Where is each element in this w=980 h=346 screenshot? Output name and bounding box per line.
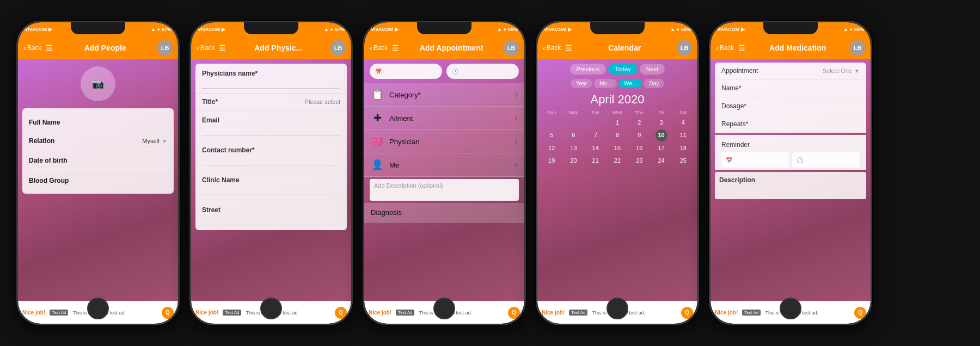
- back-button-4[interactable]: ‹ Back: [543, 44, 561, 52]
- status-bar-5: VIVACOM ▶ 2:09 ▲ ● 68%: [710, 22, 871, 36]
- me-row[interactable]: 👤 Me ›: [364, 153, 524, 177]
- prev-button[interactable]: Previous: [570, 64, 607, 75]
- medication-fields: Name* Dosage* Repeats*: [715, 79, 866, 133]
- ad-nice-4: Nice job!: [542, 310, 565, 316]
- avatar-1: LB: [157, 40, 173, 55]
- bloodgroup-field[interactable]: Blood Group: [29, 171, 167, 189]
- time-input[interactable]: 🕐: [446, 64, 519, 79]
- name-field[interactable]: Name*: [715, 79, 866, 97]
- description-field[interactable]: Add Description (optional): [370, 179, 519, 201]
- phone-calendar: VIVACOM ▶ 2:08 ▲ ● 68% ‹ Back ☰ Calendar…: [536, 21, 699, 325]
- phone-add-physician: VIVACOM ▶ 2:09 ▲ ● 67% ‹ Back ☰ Add Phys…: [189, 21, 353, 325]
- home-button-2[interactable]: [260, 298, 282, 319]
- physician-name-field[interactable]: Physicians name*: [195, 64, 347, 94]
- today-cell[interactable]: 10: [656, 129, 667, 141]
- physician-row[interactable]: 💓 Physician ›: [364, 130, 524, 153]
- month-btn[interactable]: Mo...: [594, 79, 617, 88]
- home-button-5[interactable]: [780, 298, 801, 319]
- street-field[interactable]: Street: [195, 200, 347, 230]
- time-1: 2:09: [97, 27, 107, 32]
- back-button-3[interactable]: ‹ Back: [370, 44, 388, 52]
- home-button-4[interactable]: [607, 298, 628, 319]
- nav-bar-2: ‹ Back ☰ Add Physic... LB: [191, 36, 351, 59]
- next-button[interactable]: Next: [640, 64, 665, 75]
- menu-icon-2[interactable]: ☰: [219, 44, 226, 52]
- ad-logo-3: Q: [508, 307, 520, 319]
- physician-icon: 💓: [371, 135, 384, 147]
- carrier-1: VIVACOM: [24, 27, 47, 32]
- battery-5: 68%: [854, 27, 864, 32]
- fullname-field[interactable]: Full Name: [29, 113, 167, 132]
- menu-icon-3[interactable]: ☰: [392, 44, 399, 52]
- email-field[interactable]: Email: [195, 110, 347, 140]
- ailment-row[interactable]: ✚ Ailment ›: [364, 107, 524, 130]
- title-label: Title*: [202, 98, 218, 106]
- back-label-3: Back: [373, 44, 388, 52]
- ad-logo-1: Q: [162, 307, 174, 319]
- me-icon: 👤: [371, 159, 384, 171]
- appointment-selector[interactable]: Appointment Select One ▼: [715, 63, 866, 79]
- date-input[interactable]: 📅: [370, 64, 442, 79]
- ad-text-1: This is a 320x50 test ad.: [72, 310, 157, 316]
- relation-label: Relation: [29, 137, 54, 145]
- home-button-1[interactable]: [87, 298, 109, 319]
- title-placeholder: Please select: [305, 98, 340, 105]
- reminder-time-input[interactable]: 🕐: [792, 152, 860, 168]
- appointment-select[interactable]: Select One ▼: [823, 67, 860, 74]
- repeats-field[interactable]: Repeats*: [715, 115, 866, 133]
- back-button-1[interactable]: ‹ Back: [23, 44, 41, 52]
- description-label: Description: [719, 176, 755, 184]
- phone-add-medication: VIVACOM ▶ 2:09 ▲ ● 68% ‹ Back ☰ Add Medi…: [709, 21, 872, 325]
- nav-title-5: Add Medication: [749, 44, 847, 52]
- diagnosis-row[interactable]: Diagnosis: [364, 203, 524, 223]
- contact-field[interactable]: Contact number*: [195, 140, 347, 170]
- status-bar-1: VIVACOM ▶ 2:09 ▲ ● 67%: [18, 22, 178, 36]
- street-label: Street: [202, 206, 220, 214]
- reminder-date-input[interactable]: 📅: [721, 152, 789, 168]
- week-2: 5 6 7 8 9 10 11: [541, 129, 694, 141]
- relation-chevron: ▼: [162, 138, 167, 144]
- day-btn[interactable]: Day: [644, 79, 664, 88]
- menu-icon-4[interactable]: ☰: [565, 44, 572, 52]
- category-icon: 📋: [371, 89, 384, 101]
- appointment-date-row: 📅 🕐: [364, 59, 524, 83]
- fullname-label: Full Name: [29, 119, 60, 126]
- ad-nice-5: Nice job!: [715, 310, 738, 316]
- back-button-2[interactable]: ‹ Back: [197, 44, 215, 52]
- avatar-circle[interactable]: 📷: [81, 66, 115, 101]
- dosage-field[interactable]: Dosage*: [715, 97, 866, 115]
- category-row[interactable]: 📋 Category* ›: [364, 83, 524, 107]
- scene: VIVACOM ▶ 2:09 ▲ ● 67% ‹ Back ☰ Add Peop…: [0, 0, 980, 346]
- appointment-label: Appointment: [721, 67, 758, 75]
- email-label: Email: [202, 116, 219, 124]
- menu-icon-5[interactable]: ☰: [738, 44, 745, 52]
- back-button-5[interactable]: ‹ Back: [716, 44, 734, 52]
- relation-field[interactable]: Relation Myself ▼: [29, 133, 167, 150]
- carrier-5: VIVACOM: [717, 27, 739, 32]
- clinic-name-field[interactable]: Clinic Name: [195, 170, 347, 200]
- today-button[interactable]: Today: [608, 64, 637, 75]
- menu-icon-1[interactable]: ☰: [46, 44, 53, 52]
- screen-1: 📷 Full Name Relation Myself ▼: [18, 59, 178, 301]
- ailment-chevron: ›: [515, 113, 518, 123]
- month-title: April 2020: [537, 91, 697, 110]
- week-btn[interactable]: We...: [618, 79, 642, 88]
- screen-3: 📅 🕐 📋 Category* › ✚ Ailment ›: [364, 59, 524, 301]
- back-label-2: Back: [200, 44, 215, 52]
- ad-logo-4: Q: [681, 307, 693, 319]
- dob-field[interactable]: Date of birth: [29, 151, 167, 170]
- home-button-3[interactable]: [433, 298, 455, 319]
- title-field[interactable]: Title* Please select: [195, 94, 347, 110]
- avatar-upload[interactable]: 📷: [18, 59, 178, 108]
- day-headers: Sun Mon Tue Wed Thu Fri Sat: [541, 110, 694, 116]
- me-chevron: ›: [515, 160, 518, 170]
- ailment-icon: ✚: [371, 112, 384, 124]
- category-label: Category*: [389, 91, 510, 99]
- ad-nice-3: Nice job!: [369, 310, 391, 316]
- battery-4: 68%: [681, 27, 691, 32]
- nav-bar-4: ‹ Back ☰ Calendar LB: [537, 36, 697, 59]
- ad-badge-4: Test Ad: [569, 310, 587, 316]
- year-btn[interactable]: Year: [571, 79, 592, 88]
- description-section[interactable]: Description: [715, 172, 866, 199]
- nav-bar-5: ‹ Back ☰ Add Medication LB: [710, 36, 871, 59]
